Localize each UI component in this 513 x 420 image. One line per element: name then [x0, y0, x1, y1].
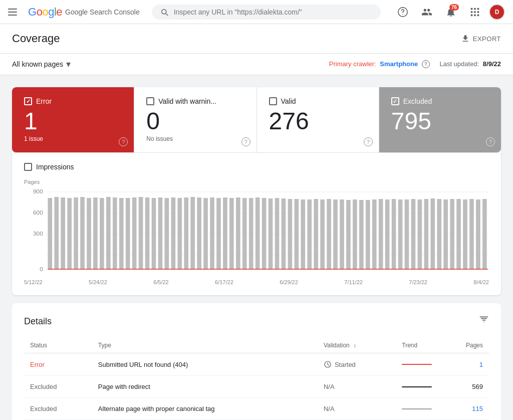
warning-card-title: Valid with warnin...	[158, 97, 216, 105]
export-button[interactable]: EXPORT	[461, 34, 501, 43]
svg-rect-39	[171, 197, 176, 270]
col-validation[interactable]: Validation ↓	[318, 338, 396, 353]
svg-rect-33	[132, 197, 137, 270]
col-status: Status	[24, 338, 92, 353]
help-button[interactable]	[393, 2, 413, 22]
filter-label: All known pages	[12, 60, 63, 68]
svg-rect-74	[398, 199, 403, 270]
search-icon	[160, 8, 169, 17]
table-filter-button[interactable]	[479, 315, 489, 328]
row-type[interactable]: Page with redirect	[92, 376, 318, 398]
chart-bars	[48, 197, 486, 270]
row-validation: N/A	[318, 376, 396, 398]
chart-header: Impressions	[24, 163, 489, 171]
svg-rect-57	[288, 199, 293, 270]
row-status: Excluded	[24, 398, 92, 420]
svg-rect-81	[443, 199, 448, 270]
trend-indicator	[402, 364, 432, 365]
row-pages: 569	[438, 376, 489, 398]
notification-button[interactable]: 76	[441, 2, 461, 22]
row-type[interactable]: Submitted URL not found (404)	[92, 353, 318, 376]
y-axis-label: Pages	[24, 179, 489, 185]
valid-help-icon[interactable]: ?	[364, 137, 373, 146]
row-pages[interactable]: 1	[438, 353, 489, 376]
table-header: Status Type Validation ↓ Trend Pages	[24, 338, 489, 353]
svg-rect-52	[255, 197, 260, 270]
error-card[interactable]: Error 1 1 issue ?	[12, 87, 134, 152]
filter-chevron-icon[interactable]: ▾	[66, 59, 71, 70]
excluded-checkbox[interactable]	[391, 97, 399, 105]
warning-card[interactable]: Valid with warnin... 0 No issues ?	[134, 87, 256, 152]
chart-svg: 900 600 300 0	[24, 187, 489, 277]
svg-rect-51	[249, 198, 253, 270]
grid-icon	[469, 7, 480, 18]
svg-rect-34	[139, 197, 143, 270]
svg-rect-2	[471, 8, 473, 10]
svg-rect-60	[307, 199, 312, 270]
svg-rect-72	[385, 199, 390, 270]
error-help-icon[interactable]: ?	[119, 137, 128, 146]
chart-section: Impressions Pages 900 600 300	[12, 152, 501, 295]
svg-rect-85	[469, 199, 474, 270]
help-icon	[397, 7, 408, 18]
filter-left: All known pages ▾	[12, 59, 71, 70]
row-pages[interactable]: 115	[438, 398, 489, 420]
svg-rect-28	[100, 198, 104, 270]
svg-rect-58	[295, 199, 299, 270]
svg-rect-86	[476, 199, 480, 270]
apps-button[interactable]	[465, 2, 485, 22]
crawler-value: Smartphone	[380, 60, 418, 68]
table-row: Excluded Page with redirect N/A 569	[24, 376, 489, 398]
col-type: Type	[92, 338, 318, 353]
svg-rect-6	[474, 11, 476, 13]
svg-rect-29	[106, 197, 111, 270]
last-updated-label: Last updated:	[439, 60, 479, 68]
svg-point-1	[402, 14, 403, 14]
svg-rect-43	[197, 197, 201, 270]
download-icon	[461, 34, 470, 43]
valid-checkbox[interactable]	[269, 97, 277, 105]
help-circle-icon[interactable]: ?	[422, 60, 430, 68]
svg-rect-47	[223, 197, 227, 270]
trend-indicator	[402, 408, 432, 409]
svg-rect-66	[346, 200, 351, 270]
header-icons: 76 D	[393, 2, 505, 22]
svg-rect-31	[119, 198, 124, 270]
url-inspect-input[interactable]	[174, 8, 373, 16]
row-type[interactable]: Alternate page with proper canonical tag	[92, 398, 318, 420]
impressions-checkbox[interactable]	[24, 163, 32, 171]
svg-rect-78	[424, 199, 429, 270]
avatar[interactable]: D	[489, 4, 505, 20]
details-title: Details	[24, 316, 52, 327]
valid-card[interactable]: Valid 276 ?	[257, 87, 379, 152]
page-title: Coverage	[12, 32, 60, 45]
google-wordmark: Google	[28, 6, 62, 19]
warning-help-icon[interactable]: ?	[241, 137, 250, 146]
trend-indicator	[402, 386, 432, 387]
error-card-title: Error	[36, 97, 52, 105]
row-trend	[396, 353, 438, 376]
excluded-card[interactable]: Excluded 795 ?	[379, 87, 501, 152]
people-button[interactable]	[417, 2, 437, 22]
valid-card-title: Valid	[281, 97, 296, 105]
search-bar[interactable]	[152, 5, 381, 20]
svg-rect-77	[418, 199, 422, 270]
excluded-help-icon[interactable]: ?	[486, 137, 495, 146]
svg-rect-36	[152, 198, 156, 270]
svg-rect-76	[411, 199, 416, 270]
svg-rect-70	[372, 199, 377, 270]
menu-button[interactable]	[8, 6, 20, 18]
product-name: Google Search Console	[65, 8, 140, 16]
warning-checkbox[interactable]	[146, 97, 154, 105]
logo: Google Google Search Console	[28, 6, 140, 19]
svg-rect-25	[80, 197, 85, 270]
row-status: Error	[24, 353, 92, 376]
details-table: Status Type Validation ↓ Trend Pages Err…	[24, 338, 489, 420]
svg-rect-5	[471, 11, 473, 13]
crawler-prefix: Primary crawler:	[329, 60, 376, 68]
filter-right: Primary crawler: Smartphone ? Last updat…	[329, 60, 501, 69]
svg-rect-87	[482, 199, 487, 270]
x-label-0: 5/12/22	[24, 279, 43, 285]
row-trend	[396, 376, 438, 398]
error-checkbox[interactable]	[24, 97, 32, 105]
